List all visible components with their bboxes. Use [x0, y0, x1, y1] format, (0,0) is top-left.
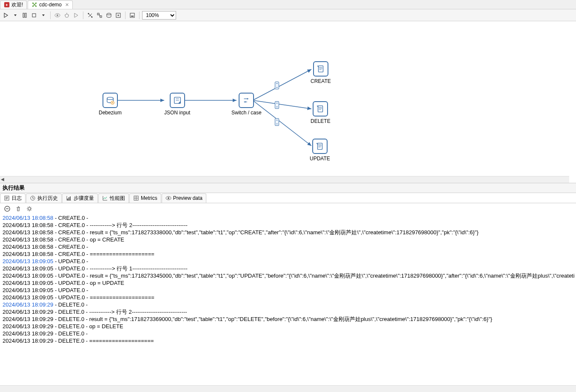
editor-tabbar: ✦ 欢迎! cdc-demo ✕ [0, 0, 576, 9]
tab-welcome[interactable]: ✦ 欢迎! [0, 0, 27, 9]
metrics-icon [66, 195, 72, 201]
svg-rect-22 [131, 16, 134, 17]
svg-point-41 [168, 197, 169, 199]
sql-icon[interactable] [105, 11, 113, 20]
rtab-step-metrics[interactable]: 步骤度量 [62, 193, 98, 203]
log-line: 2024/06/13 18:08:58 - CREATE.0 - result … [3, 229, 573, 236]
svg-point-10 [57, 14, 58, 16]
svg-rect-38 [70, 196, 71, 200]
log-line: 2024/06/13 18:09:29 - DELETE.0 - -------… [3, 308, 573, 315]
svg-rect-36 [67, 199, 68, 200]
log-line: 2024/06/13 18:09:29 - DELETE.0 - [3, 330, 573, 337]
svg-point-5 [35, 6, 37, 7]
log-line: 2024/06/13 18:08:58 - CREATE.0 - op = CR… [3, 236, 573, 243]
debug-icon[interactable] [63, 11, 71, 20]
node-debezium[interactable]: Debezium [99, 93, 122, 116]
transformation-canvas[interactable]: Debezium JSON input Switch / case CREATE [0, 21, 576, 183]
svg-point-11 [65, 14, 68, 17]
log-line: 2024/06/13 18:08:58 - CREATE.0 - [3, 243, 573, 250]
rtab-label: Metrics [141, 195, 157, 201]
node-delete[interactable]: DELETE [311, 101, 331, 124]
preview-icon[interactable] [53, 11, 62, 20]
log-icon [4, 195, 10, 201]
rtab-preview[interactable]: Preview data [162, 193, 206, 203]
svg-rect-37 [68, 197, 69, 200]
toolbar-separator [83, 11, 83, 19]
svg-point-44 [28, 207, 31, 210]
hop-marker[interactable] [275, 101, 279, 109]
tab-label: 欢迎! [11, 1, 23, 9]
node-label: DELETE [311, 118, 331, 124]
node-create[interactable]: CREATE [311, 61, 331, 84]
svg-rect-6 [23, 13, 24, 17]
stop-button[interactable] [30, 11, 38, 20]
run-button[interactable] [2, 11, 10, 20]
collapse-button[interactable] [3, 205, 11, 213]
log-line: 2024/06/13 18:09:05 - UPDATE.0 - op = UP… [3, 279, 573, 287]
svg-point-28 [107, 97, 114, 100]
dummy-step-icon [313, 61, 328, 77]
rtab-label: 执行历史 [37, 195, 58, 202]
run-dropdown[interactable] [11, 11, 20, 20]
hop-marker[interactable] [275, 82, 279, 89]
impact-icon[interactable] [95, 11, 104, 20]
svg-rect-18 [100, 16, 102, 17]
grid-icon [133, 195, 139, 201]
svg-rect-17 [97, 13, 99, 15]
log-line: 2024/06/13 18:09:29 - DELETE.0 - [3, 301, 573, 308]
check-icon[interactable] [86, 11, 94, 20]
debezium-icon [103, 93, 118, 108]
hop-marker[interactable] [275, 118, 279, 126]
log-line: 2024/06/13 18:08:58 - CREATE.0 - =======… [3, 250, 573, 258]
canvas-horizontal-scrollbar[interactable]: ◀ [0, 176, 569, 183]
rtab-label: 日志 [11, 195, 22, 202]
toolbar-separator [50, 11, 51, 19]
explore-icon[interactable] [114, 11, 123, 20]
dummy-step-icon [312, 139, 328, 154]
rtab-metrics[interactable]: Metrics [129, 193, 161, 203]
log-line: 2024/06/13 18:09:05 - UPDATE.0 - -------… [3, 265, 573, 272]
show-results-icon[interactable] [128, 11, 137, 20]
settings-button[interactable] [26, 205, 33, 213]
replay-icon[interactable] [72, 11, 80, 20]
node-json-input[interactable]: JSON input [164, 93, 190, 116]
node-label: UPDATE [310, 156, 330, 162]
node-label: CREATE [311, 78, 331, 84]
rtab-label: 步骤度量 [74, 195, 94, 202]
toolbar-separator [139, 11, 140, 19]
node-label: Switch / case [231, 110, 262, 116]
rtab-perf-graph[interactable]: 性能图 [98, 193, 129, 203]
log-horizontal-scrollbar[interactable] [0, 385, 576, 392]
eye-icon [165, 195, 171, 201]
log-line: 2024/06/13 18:09:29 - DELETE.0 - =======… [3, 337, 573, 344]
close-icon[interactable]: ✕ [65, 2, 69, 8]
stop-dropdown[interactable] [39, 11, 48, 20]
node-label: Debezium [99, 110, 122, 116]
clear-log-button[interactable] [14, 205, 22, 213]
dummy-step-icon [313, 101, 328, 116]
log-line: 2024/06/13 18:09:05 - UPDATE.0 - [3, 287, 573, 294]
tab-cdc-demo[interactable]: cdc-demo ✕ [28, 0, 73, 9]
svg-point-4 [32, 6, 34, 7]
node-update[interactable]: UPDATE [310, 139, 330, 162]
svg-rect-21 [130, 13, 134, 17]
scroll-left-arrow[interactable]: ◀ [1, 177, 4, 182]
results-title: 执行结果 [0, 183, 576, 193]
results-tabbar: 日志 执行历史 步骤度量 性能图 Metrics Preview data [0, 193, 576, 203]
rtab-log[interactable]: 日志 [0, 193, 26, 203]
toolbar-separator [125, 11, 125, 19]
svg-text:✦: ✦ [5, 3, 9, 7]
rtab-history[interactable]: 执行历史 [26, 193, 62, 203]
node-switch-case[interactable]: Switch / case [231, 93, 262, 116]
pause-button[interactable] [20, 11, 29, 20]
chart-icon [102, 195, 108, 201]
svg-rect-8 [32, 14, 36, 17]
log-line: 2024/06/13 18:09:05 - UPDATE.0 - [3, 258, 573, 265]
log-line: 2024/06/13 18:08:58 - CREATE.0 - [3, 214, 573, 222]
log-output[interactable]: 2024/06/13 18:08:58 - CREATE.0 - 2024/06… [0, 214, 576, 385]
svg-rect-32 [318, 106, 323, 112]
log-line: 2024/06/13 18:09:05 - UPDATE.0 - result … [3, 272, 573, 279]
svg-rect-31 [318, 66, 323, 72]
zoom-select[interactable]: 100% [142, 11, 176, 20]
rtab-label: 性能图 [110, 195, 125, 202]
